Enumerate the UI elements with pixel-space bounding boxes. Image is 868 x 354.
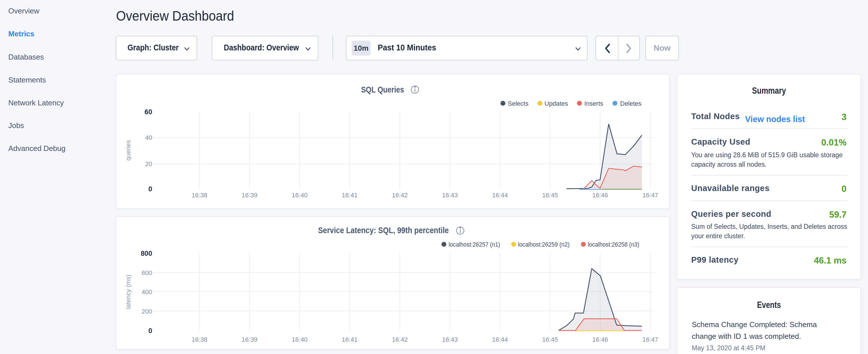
svg-text:SQL Queries: SQL Queries	[361, 85, 404, 94]
svg-text:16:43: 16:43	[442, 192, 458, 199]
svg-text:localhost:26257 (n1): localhost:26257 (n1)	[448, 241, 500, 248]
svg-text:16:46: 16:46	[592, 192, 608, 199]
svg-text:16:42: 16:42	[392, 336, 408, 343]
svg-text:16:41: 16:41	[342, 192, 358, 199]
svg-text:16:44: 16:44	[492, 192, 508, 199]
svg-text:16:45: 16:45	[542, 192, 558, 199]
svg-text:Updates: Updates	[545, 100, 568, 107]
svg-text:Deletes: Deletes	[620, 100, 642, 107]
svg-text:16:40: 16:40	[292, 336, 308, 343]
svg-text:latency (ms): latency (ms)	[125, 275, 132, 309]
svg-text:16:42: 16:42	[392, 192, 408, 199]
svg-text:16:46: 16:46	[592, 336, 608, 343]
svg-text:Inserts: Inserts	[584, 100, 603, 107]
svg-text:16:44: 16:44	[492, 336, 508, 343]
svg-text:16:41: 16:41	[342, 336, 358, 343]
svg-text:16:47: 16:47	[643, 336, 658, 343]
svg-text:16:43: 16:43	[442, 336, 458, 343]
svg-text:localhost:26258 (n3): localhost:26258 (n3)	[588, 241, 639, 248]
svg-text:16:40: 16:40	[292, 192, 308, 199]
svg-text:0: 0	[149, 327, 152, 334]
svg-text:16:47: 16:47	[643, 192, 658, 199]
svg-text:16:38: 16:38	[191, 336, 207, 343]
svg-text:800: 800	[141, 250, 152, 257]
svg-text:60: 60	[145, 108, 152, 116]
svg-text:queries: queries	[125, 140, 132, 161]
svg-text:Service Latency: SQL, 99th per: Service Latency: SQL, 99th percentile	[318, 225, 449, 235]
svg-text:16:45: 16:45	[542, 336, 558, 343]
svg-text:Selects: Selects	[508, 100, 528, 107]
svg-text:localhost:26259 (n2): localhost:26259 (n2)	[518, 241, 569, 248]
svg-text:600: 600	[142, 269, 152, 277]
svg-text:40: 40	[145, 134, 152, 141]
svg-text:20: 20	[145, 160, 152, 167]
svg-text:200: 200	[142, 308, 152, 315]
svg-text:16:38: 16:38	[191, 192, 207, 199]
svg-text:400: 400	[142, 288, 152, 296]
svg-text:16:39: 16:39	[242, 336, 257, 343]
svg-text:0: 0	[149, 185, 152, 193]
svg-text:16:39: 16:39	[242, 192, 257, 199]
